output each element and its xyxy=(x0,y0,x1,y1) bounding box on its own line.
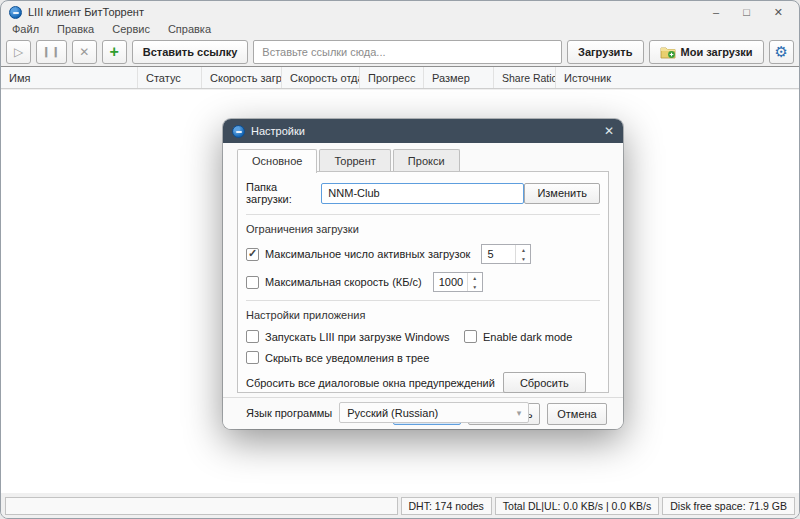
download-folder-label: Папка загрузки: xyxy=(246,181,315,205)
link-input[interactable] xyxy=(253,40,562,64)
plus-icon: + xyxy=(110,45,119,59)
play-icon: ▷ xyxy=(14,45,23,59)
column-down-speed[interactable]: Скорость загрузки xyxy=(202,67,282,88)
menubar: Файл Правка Сервис Справка xyxy=(1,20,799,37)
tray-checkbox[interactable] xyxy=(246,351,259,364)
language-value: Русский (Russian) xyxy=(347,407,438,419)
chevron-down-icon: ▾ xyxy=(517,408,522,418)
remove-button[interactable]: ✕ xyxy=(72,40,97,64)
close-icon[interactable]: ✕ xyxy=(774,7,783,18)
pause-button[interactable]: ❙❙ xyxy=(36,40,67,64)
column-up-speed[interactable]: Скорость отдачи xyxy=(282,67,360,88)
settings-dialog: Настройки ✕ Основное Торрент Прокси Папк… xyxy=(223,119,623,429)
language-select[interactable]: Русский (Russian) ▾ xyxy=(339,402,529,423)
tray-row: Скрыть все уведомления в трее xyxy=(246,351,600,364)
settings-dialog-titlebar[interactable]: Настройки ✕ xyxy=(223,119,623,143)
start-button[interactable]: ▷ xyxy=(6,40,31,64)
column-share-ratio[interactable]: Share Ratio xyxy=(494,67,556,88)
status-disk-free: Disk free space: 71.9 GB xyxy=(662,497,795,515)
language-row: Язык программы Русский (Russian) ▾ xyxy=(246,402,600,423)
column-status[interactable]: Статус xyxy=(138,67,202,88)
pause-icon: ❙❙ xyxy=(42,46,61,57)
column-source[interactable]: Источник xyxy=(556,67,799,88)
add-torrent-button[interactable]: + xyxy=(102,40,127,64)
minimize-icon[interactable]: – xyxy=(713,7,719,18)
reset-warnings-row: Сбросить все диалоговые окна предупрежде… xyxy=(246,372,600,393)
tray-label: Скрыть все уведомления в трее xyxy=(265,352,429,364)
app-icon xyxy=(9,6,22,19)
max-speed-checkbox[interactable] xyxy=(246,276,259,289)
max-speed-value[interactable]: 1000 xyxy=(434,273,467,291)
torrent-list-header: Имя Статус Скорость загрузки Скорость от… xyxy=(1,67,799,89)
spin-down-icon[interactable]: ▼ xyxy=(516,254,530,263)
max-speed-label: Максимальная скорость (КБ/с) xyxy=(265,276,422,288)
reset-warnings-button[interactable]: Сбросить xyxy=(503,372,586,393)
download-button[interactable]: Загрузить xyxy=(567,40,644,64)
settings-dialog-title: Настройки xyxy=(251,125,305,137)
tab-proxy[interactable]: Прокси xyxy=(393,149,460,171)
reset-warnings-label: Сбросить все диалоговые окна предупрежде… xyxy=(246,377,495,389)
gear-icon: ⚙ xyxy=(775,43,788,61)
darkmode-group: Enable dark mode xyxy=(464,330,572,343)
folder-plus-icon xyxy=(660,46,676,58)
remove-icon: ✕ xyxy=(79,45,89,59)
download-folder-row: Папка загрузки: Изменить xyxy=(246,181,600,205)
tab-torrent[interactable]: Торрент xyxy=(319,149,390,171)
menu-help[interactable]: Справка xyxy=(168,23,211,35)
max-active-spinner[interactable]: 5 ▲ ▼ xyxy=(481,244,531,264)
window-controls: – □ ✕ xyxy=(713,7,791,18)
max-active-checkbox[interactable] xyxy=(246,248,259,261)
max-active-label: Максимальное число активных загрузок xyxy=(265,248,470,260)
settings-button[interactable]: ⚙ xyxy=(769,40,794,64)
app-section-title: Настройки приложения xyxy=(246,309,600,321)
menu-file[interactable]: Файл xyxy=(12,23,39,35)
darkmode-checkbox[interactable] xyxy=(464,330,477,343)
autostart-checkbox[interactable] xyxy=(246,330,259,343)
limits-section-title: Ограничения загрузки xyxy=(246,223,600,235)
settings-tabs: Основное Торрент Прокси xyxy=(237,149,462,171)
menu-service[interactable]: Сервис xyxy=(112,23,150,35)
column-size[interactable]: Размер xyxy=(424,67,494,88)
spinner-buttons: ▲ ▼ xyxy=(467,273,482,291)
autostart-label: Запускать LIII при загрузке Windows xyxy=(265,331,449,343)
autostart-darkmode-row: Запускать LIII при загрузке Windows Enab… xyxy=(246,330,600,343)
status-message-panel xyxy=(5,497,398,515)
language-label: Язык программы xyxy=(246,407,332,419)
paste-link-button[interactable]: Вставить ссылку xyxy=(132,40,249,64)
spin-up-icon[interactable]: ▲ xyxy=(516,245,530,254)
toolbar: ▷ ❙❙ ✕ + Вставить ссылку Загрузить Мои з… xyxy=(1,37,799,67)
column-name[interactable]: Имя xyxy=(1,67,138,88)
column-progress[interactable]: Прогресс xyxy=(360,67,424,88)
menu-edit[interactable]: Правка xyxy=(57,23,94,35)
window-titlebar[interactable]: LIII клиент БитТоррент – □ ✕ xyxy=(1,1,799,20)
status-dht: DHT: 174 nodes xyxy=(401,497,492,515)
divider xyxy=(246,300,600,301)
main-window: LIII клиент БитТоррент – □ ✕ Файл Правка… xyxy=(0,0,800,519)
app-icon xyxy=(232,125,245,138)
max-active-value[interactable]: 5 xyxy=(482,245,515,263)
my-downloads-button[interactable]: Мои загрузки xyxy=(649,40,764,64)
status-totals: Total DL|UL: 0.0 KB/s | 0.0 KB/s xyxy=(495,497,659,515)
maximize-icon[interactable]: □ xyxy=(743,7,750,18)
max-speed-row: Максимальная скорость (КБ/с) 1000 ▲ ▼ xyxy=(246,272,600,292)
settings-general-panel: Папка загрузки: Изменить Ограничения заг… xyxy=(237,171,609,393)
spin-down-icon[interactable]: ▼ xyxy=(468,282,482,291)
statusbar: DHT: 174 nodes Total DL|UL: 0.0 KB/s | 0… xyxy=(1,493,799,518)
spinner-buttons: ▲ ▼ xyxy=(515,245,530,263)
change-folder-button[interactable]: Изменить xyxy=(524,183,600,204)
darkmode-label: Enable dark mode xyxy=(483,331,572,343)
window-title: LIII клиент БитТоррент xyxy=(28,6,144,18)
download-folder-input[interactable] xyxy=(321,183,524,204)
divider xyxy=(246,214,600,215)
my-downloads-label: Мои загрузки xyxy=(681,46,753,58)
tab-general[interactable]: Основное xyxy=(237,149,317,173)
max-speed-spinner[interactable]: 1000 ▲ ▼ xyxy=(433,272,483,292)
spin-up-icon[interactable]: ▲ xyxy=(468,273,482,282)
autostart-group: Запускать LIII при загрузке Windows xyxy=(246,330,458,343)
dialog-close-icon[interactable]: ✕ xyxy=(604,124,614,138)
max-active-row: Максимальное число активных загрузок 5 ▲… xyxy=(246,244,600,264)
